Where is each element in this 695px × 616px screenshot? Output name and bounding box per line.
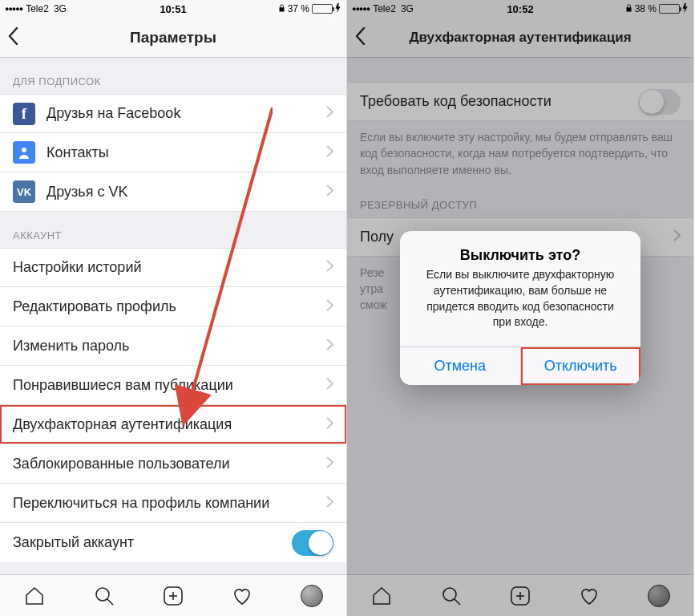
alert-title: Выключить это? — [400, 231, 640, 267]
row-label: Контакты — [46, 144, 326, 161]
row-label: Друзья на Facebook — [46, 105, 326, 122]
tab-bar — [0, 574, 346, 616]
row-label: Изменить пароль — [13, 338, 326, 355]
row-label: Настройки историй — [13, 259, 326, 276]
row-change-password[interactable]: Изменить пароль — [0, 326, 346, 366]
screenshot-2fa: ●●●●● Tele2 3G 10:52 38 % Двухфакторная … — [347, 0, 694, 616]
row-vk-friends[interactable]: VK Друзья с VK — [0, 172, 346, 212]
row-label: Понравившиеся вам публикации — [13, 377, 326, 394]
row-blocked-users[interactable]: Заблокированные пользователи — [0, 444, 346, 484]
carrier-label: Tele2 — [26, 3, 49, 14]
row-switch-business[interactable]: Переключиться на профиль компании — [0, 484, 346, 523]
profile-tab[interactable] — [301, 585, 323, 607]
network-label: 3G — [54, 3, 67, 14]
chevron-right-icon — [326, 184, 333, 201]
home-tab[interactable] — [23, 585, 46, 607]
vk-icon: VK — [13, 180, 35, 203]
svg-point-2 — [96, 588, 109, 601]
row-liked-posts[interactable]: Понравившиеся вам публикации — [0, 366, 346, 405]
confirm-disable-alert: Выключить это? Если вы выключите двухфак… — [400, 231, 640, 384]
row-label: Двухфакторная аутентификация — [13, 416, 326, 433]
chevron-right-icon — [326, 105, 333, 122]
section-header-account: АККАУНТ — [0, 212, 346, 248]
settings-list[interactable]: ДЛЯ ПОДПИСОК f Друзья на Facebook Контак… — [0, 58, 346, 574]
section-header-subscriptions: ДЛЯ ПОДПИСОК — [0, 58, 346, 94]
nav-bar: Параметры — [0, 18, 346, 58]
row-contacts[interactable]: Контакты — [0, 133, 346, 172]
facebook-icon: f — [13, 103, 35, 125]
svg-point-0 — [22, 148, 26, 152]
chevron-right-icon — [326, 298, 333, 315]
private-account-toggle[interactable] — [292, 530, 333, 556]
lock-icon — [278, 3, 285, 15]
chevron-right-icon — [326, 456, 333, 472]
row-label: Друзья с VK — [46, 184, 326, 201]
row-label: Редактировать профиль — [13, 298, 326, 315]
charging-icon — [335, 3, 341, 15]
battery-percent: 37 % — [288, 3, 309, 14]
activity-tab[interactable] — [231, 585, 253, 607]
chevron-right-icon — [326, 144, 333, 161]
cancel-button[interactable]: Отмена — [400, 347, 521, 385]
alert-backdrop: Выключить это? Если вы выключите двухфак… — [347, 0, 693, 616]
avatar-icon — [301, 585, 323, 607]
svg-line-3 — [107, 599, 113, 605]
row-story-settings[interactable]: Настройки историй — [0, 248, 346, 287]
row-label: Закрытый аккаунт — [13, 534, 292, 551]
alert-buttons: Отмена Отключить — [400, 346, 640, 385]
signal-dots: ●●●●● — [5, 5, 22, 13]
search-tab[interactable] — [93, 585, 115, 607]
contacts-icon — [13, 141, 35, 164]
new-post-tab[interactable] — [162, 585, 184, 607]
screenshot-settings: ●●●●● Tele2 3G 10:51 37 % Параметры ДЛЯ … — [0, 0, 347, 616]
row-edit-profile[interactable]: Редактировать профиль — [0, 287, 346, 326]
chevron-right-icon — [326, 495, 333, 512]
chevron-right-icon — [326, 377, 333, 394]
chevron-right-icon — [326, 338, 333, 355]
page-title: Параметры — [32, 29, 338, 47]
chevron-right-icon — [326, 259, 333, 276]
row-private-account[interactable]: Закрытый аккаунт — [0, 523, 346, 562]
row-facebook-friends[interactable]: f Друзья на Facebook — [0, 94, 346, 133]
disable-button[interactable]: Отключить — [521, 347, 641, 385]
row-label: Заблокированные пользователи — [13, 456, 326, 472]
alert-message: Если вы выключите двухфакторную аутентиф… — [400, 267, 640, 346]
battery-icon — [312, 4, 333, 14]
chevron-right-icon — [326, 416, 333, 433]
clock-label: 10:51 — [160, 3, 186, 15]
row-two-factor-auth[interactable]: Двухфакторная аутентификация — [0, 405, 346, 444]
status-bar: ●●●●● Tele2 3G 10:51 37 % — [0, 0, 346, 18]
back-button[interactable] — [8, 27, 32, 48]
row-label: Переключиться на профиль компании — [13, 495, 326, 512]
